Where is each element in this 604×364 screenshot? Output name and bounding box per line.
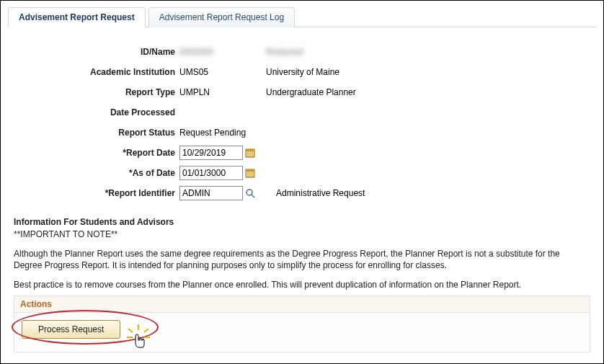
tab-row: Advisement Report Request Advisement Rep… <box>8 6 596 27</box>
label-date-processed: Date Processed <box>37 107 179 117</box>
label-report-type: Report Type <box>37 87 179 97</box>
label-id-name: ID/Name <box>37 47 179 57</box>
svg-point-10 <box>247 190 252 195</box>
info-heading: Information For Students and Advisors <box>14 216 590 228</box>
input-report-date[interactable] <box>179 146 243 160</box>
info-subheading: **IMPORTANT TO NOTE** <box>14 228 590 241</box>
lookup-icon[interactable] <box>244 187 256 199</box>
label-report-identifier: *Report Identifier <box>37 188 179 198</box>
cursor-overlay <box>124 323 153 361</box>
actions-heading: Actions <box>14 296 590 313</box>
value-report-type-desc: Undergraduate Planner <box>266 87 482 97</box>
tab-advisement-report-request[interactable]: Advisement Report Request <box>8 7 146 27</box>
value-name-desc: Redacted <box>266 47 482 57</box>
input-as-of-date[interactable] <box>179 166 243 180</box>
tab-advisement-report-request-log[interactable]: Advisement Report Request Log <box>148 7 295 27</box>
info-paragraph-2: Best practice is to remove courses from … <box>14 279 590 291</box>
svg-line-13 <box>128 329 133 332</box>
value-report-identifier-desc: Administrative Request <box>276 188 365 198</box>
calendar-icon[interactable] <box>244 147 256 159</box>
svg-line-14 <box>144 329 148 332</box>
value-id-code: 0000000 <box>179 47 266 57</box>
value-report-status: Request Pending <box>179 128 246 138</box>
calendar-icon[interactable] <box>244 167 256 179</box>
info-block: Information For Students and Advisors **… <box>14 216 590 291</box>
svg-rect-1 <box>246 149 254 151</box>
svg-rect-6 <box>246 169 254 172</box>
label-as-of-date: *As of Date <box>37 168 179 178</box>
value-institution-code: UMS05 <box>179 67 266 77</box>
process-request-button[interactable]: Process Request <box>22 320 120 339</box>
form-area: ID/Name 0000000 Redacted Academic Instit… <box>37 42 596 203</box>
info-paragraph-1: Although the Planner Report uses the sam… <box>14 248 590 272</box>
actions-box: Actions Process Request <box>14 296 590 352</box>
label-report-status: Report Status <box>37 128 179 138</box>
value-institution-desc: University of Maine <box>266 67 482 77</box>
svg-line-11 <box>252 195 254 197</box>
value-report-type-code: UMPLN <box>179 87 266 97</box>
label-report-date: *Report Date <box>37 148 179 158</box>
label-academic-institution: Academic Institution <box>37 67 179 77</box>
input-report-identifier[interactable] <box>179 186 243 200</box>
